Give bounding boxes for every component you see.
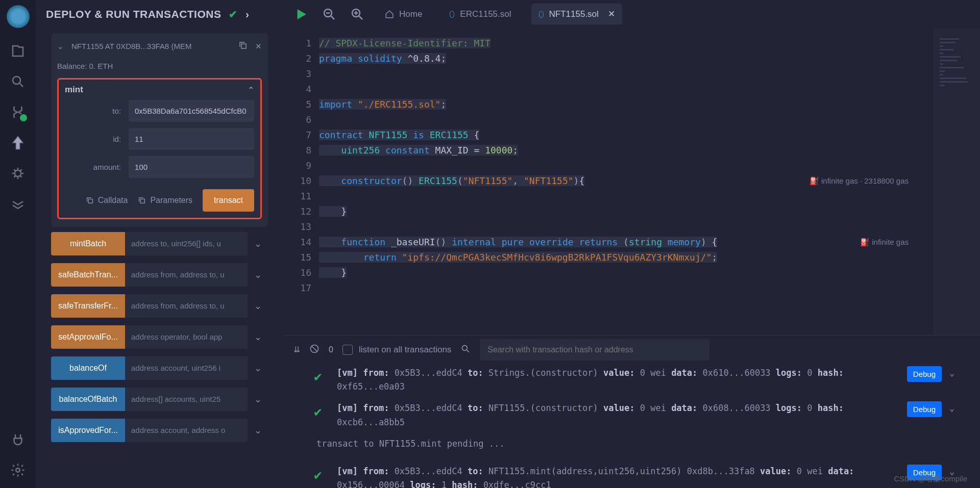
- success-icon: ✔: [314, 401, 329, 423]
- fn-button-safeBatchTran[interactable]: safeBatchTran...: [51, 263, 125, 287]
- deployed-contract: ⌄ NFT1155 AT 0XD8B...33FA8 (MEM ✕ Balanc…: [51, 33, 268, 227]
- function-row: isApprovedFor...address account, address…: [51, 419, 268, 442]
- balance-text: Balance: 0. ETH: [57, 62, 262, 70]
- chevron-right-icon[interactable]: ›: [246, 8, 250, 20]
- calldata-button[interactable]: Calldata: [86, 196, 128, 205]
- code-content: // SPDX-License-Identifier: MIT pragma s…: [319, 28, 934, 335]
- function-row: setApprovalFo...address operator, bool a…: [51, 325, 268, 349]
- panel-header: DEPLOY & RUN TRANSACTIONS ✔ ›: [36, 0, 283, 28]
- file-explorer-icon[interactable]: [10, 43, 26, 59]
- fn-args[interactable]: address from, address to, u: [125, 263, 248, 287]
- chevron-down-icon[interactable]: ⌄: [57, 42, 64, 51]
- to-input[interactable]: [129, 100, 254, 122]
- pending-count: 0: [329, 345, 333, 354]
- fn-button-balanceOfBatch[interactable]: balanceOfBatch: [51, 388, 125, 411]
- amount-input[interactable]: [129, 156, 254, 178]
- expand-icon[interactable]: ⌄: [248, 263, 268, 287]
- function-row: mintBatchaddress to, uint256[] ids, u⌄: [51, 232, 268, 255]
- term-search-icon[interactable]: [460, 344, 471, 356]
- search-icon[interactable]: [10, 74, 26, 89]
- check-icon: ✔: [229, 8, 238, 20]
- expand-icon[interactable]: ⌄: [248, 356, 268, 380]
- zoom-out-icon[interactable]: [322, 7, 337, 22]
- svg-point-9: [462, 345, 468, 350]
- main-area: Home ⬯ERC1155.sol ⬯NFT1155.sol✕ 12345678…: [283, 0, 980, 488]
- remix-logo[interactable]: [7, 5, 30, 28]
- listen-toggle[interactable]: listen on all transactions: [342, 345, 451, 355]
- code-editor[interactable]: 1234567891011121314151617 // SPDX-Licens…: [283, 28, 980, 335]
- function-row: safeTransferFr...address from, address t…: [51, 294, 268, 318]
- scroll-bottom-icon[interactable]: ⇊: [293, 345, 300, 354]
- fn-args[interactable]: address from, address to, u: [125, 294, 248, 318]
- expand-icon[interactable]: ⌄: [248, 232, 268, 255]
- expand-icon[interactable]: ⌄: [248, 419, 268, 442]
- tab-erc1155[interactable]: ⬯ERC1155.sol: [442, 4, 518, 24]
- mint-title: mint: [65, 85, 83, 95]
- tab-nft1155[interactable]: ⬯NFT1155.sol✕: [531, 4, 622, 24]
- contract-title: NFT1155 AT 0XD8B...33FA8 (MEM: [71, 42, 231, 50]
- deploy-panel: DEPLOY & RUN TRANSACTIONS ✔ › ⌄ NFT1155 …: [36, 0, 283, 488]
- svg-point-2: [16, 468, 20, 472]
- to-label: to:: [65, 107, 129, 115]
- parameters-button[interactable]: Parameters: [138, 196, 192, 205]
- fn-button-isApprovedFor[interactable]: isApprovedFor...: [51, 419, 125, 442]
- svg-point-0: [13, 76, 20, 84]
- success-icon: ✔: [314, 366, 329, 388]
- log-entry[interactable]: ✔ [vm] from: 0x5B3...eddC4 to: NFT1155.m…: [314, 465, 965, 488]
- log-entry[interactable]: ✔ [vm] from: 0x5B3...eddC4 to: NFT1155.(…: [314, 401, 965, 429]
- zoom-in-icon[interactable]: [350, 7, 365, 22]
- svg-rect-4: [88, 199, 92, 203]
- success-icon: ✔: [314, 465, 329, 486]
- function-row: safeBatchTran...address from, address to…: [51, 263, 268, 287]
- close-icon[interactable]: ✕: [255, 42, 262, 51]
- fn-button-safeTransferFr[interactable]: safeTransferFr...: [51, 294, 125, 318]
- fn-args[interactable]: address[] accounts, uint25: [125, 388, 248, 411]
- amount-label: amount:: [65, 163, 129, 171]
- expand-icon[interactable]: ⌄: [949, 366, 965, 380]
- deploy-icon[interactable]: [10, 135, 26, 150]
- term-search-input[interactable]: [480, 339, 709, 361]
- compiler-icon[interactable]: [10, 105, 26, 120]
- svg-point-1: [15, 170, 21, 177]
- transact-button[interactable]: transact: [203, 189, 254, 212]
- id-input[interactable]: [129, 128, 254, 150]
- terminal-logs[interactable]: ✔ [vm] from: 0x5B3...eddC4 to: Strings.(…: [283, 364, 980, 488]
- svg-rect-3: [241, 44, 246, 48]
- icon-sidebar: [0, 0, 36, 488]
- function-row: balanceOfaddress account, uint256 i⌄: [51, 356, 268, 380]
- expand-icon[interactable]: ⌄: [248, 294, 268, 318]
- function-row: balanceOfBatchaddress[] accounts, uint25…: [51, 388, 268, 411]
- close-tab-icon[interactable]: ✕: [608, 9, 615, 19]
- watermark: CSDN @哈桑compile: [894, 474, 967, 484]
- fn-args[interactable]: address account, address o: [125, 419, 248, 442]
- id-label: id:: [65, 135, 129, 143]
- tabs-bar: Home ⬯ERC1155.sol ⬯NFT1155.sol✕: [283, 0, 980, 28]
- log-entry[interactable]: ✔ [vm] from: 0x5B3...eddC4 to: Strings.(…: [314, 366, 965, 394]
- fn-args[interactable]: address account, uint256 i: [125, 356, 248, 380]
- chevrons-icon[interactable]: [10, 196, 26, 212]
- panel-title: DEPLOY & RUN TRANSACTIONS: [46, 8, 221, 20]
- expand-icon[interactable]: ⌄: [949, 401, 965, 415]
- line-gutter: 1234567891011121314151617: [283, 28, 319, 335]
- fn-button-balanceOf[interactable]: balanceOf: [51, 356, 125, 380]
- debugger-icon[interactable]: [10, 166, 26, 181]
- clear-icon[interactable]: [309, 344, 320, 356]
- mint-function-box: mint ⌃ to: id: amount: Calldata Par: [57, 78, 262, 219]
- run-icon[interactable]: [293, 7, 309, 22]
- collapse-icon[interactable]: ⌃: [248, 85, 254, 95]
- copy-icon[interactable]: [238, 41, 248, 52]
- debug-button[interactable]: Debug: [907, 401, 942, 417]
- expand-icon[interactable]: ⌄: [248, 388, 268, 411]
- fn-button-mintBatch[interactable]: mintBatch: [51, 232, 125, 255]
- settings-icon[interactable]: [10, 463, 26, 478]
- minimap[interactable]: [934, 28, 980, 335]
- fn-args[interactable]: address to, uint256[] ids, u: [125, 232, 248, 255]
- fn-args[interactable]: address operator, bool app: [125, 325, 248, 349]
- fn-button-setApprovalFo[interactable]: setApprovalFo...: [51, 325, 125, 349]
- pending-text: transact to NFT1155.mint pending ...: [314, 437, 965, 451]
- svg-rect-5: [141, 199, 145, 203]
- tab-home[interactable]: Home: [378, 4, 429, 24]
- debug-button[interactable]: Debug: [907, 366, 942, 382]
- plugin-icon[interactable]: [10, 432, 26, 447]
- expand-icon[interactable]: ⌄: [248, 325, 268, 349]
